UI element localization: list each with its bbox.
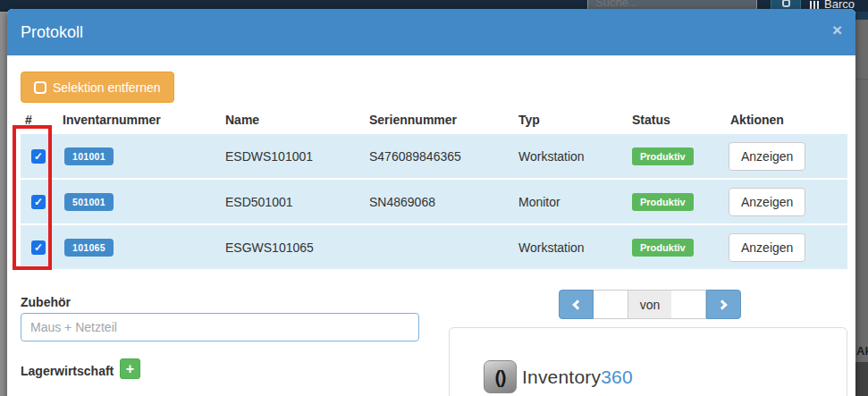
row-checkbox[interactable]: ✓: [31, 240, 46, 255]
protokoll-modal: Protokoll × Selektion entfernen # Invent…: [7, 9, 855, 396]
status-badge: Produktiv: [632, 193, 694, 211]
current-page-input[interactable]: [594, 290, 628, 319]
background-divider-fragment: [855, 79, 868, 80]
row-type: Workstation: [518, 149, 585, 164]
plus-icon: +: [126, 361, 134, 377]
logo-text-primary: Inventory: [522, 367, 601, 387]
check-icon: ✓: [34, 242, 43, 253]
col-header-actions: Aktionen: [730, 113, 784, 127]
show-button[interactable]: Anzeigen: [729, 142, 805, 171]
row-name: ESDWS101001: [225, 149, 313, 164]
remove-selection-label: Selektion entfernen: [53, 80, 161, 95]
branding-card: () Inventory360: [449, 327, 847, 396]
show-button[interactable]: Anzeigen: [729, 233, 805, 262]
row-type: Workstation: [518, 240, 585, 255]
table-row: ✓ 101001 ESDWS101001 S476089846365 Works…: [21, 134, 847, 178]
checkbox-outline-icon: [34, 81, 46, 94]
chevron-left-icon: [572, 299, 582, 309]
inventory360-logo-text: Inventory360: [522, 367, 633, 388]
pagination: von: [559, 290, 741, 319]
table-row: ✓ 101065 ESGWS101065 Workstation Produkt…: [21, 225, 847, 269]
remove-selection-button[interactable]: Selektion entfernen: [21, 72, 174, 103]
accessories-label: Zubehör: [21, 295, 71, 309]
show-button[interactable]: Anzeigen: [729, 188, 805, 216]
row-checkbox[interactable]: ✓: [31, 195, 46, 209]
total-pages-input[interactable]: [671, 290, 706, 319]
col-header-name: Name: [225, 113, 259, 127]
check-icon: ✓: [34, 151, 43, 162]
inventory-number-badge: 101065: [64, 239, 114, 257]
camera-icon: [782, 0, 790, 7]
background-block-fragment: [855, 362, 868, 396]
previous-page-button[interactable]: [559, 290, 594, 319]
close-icon[interactable]: ×: [832, 21, 842, 39]
row-serial: S476089846365: [369, 149, 461, 164]
add-warehouse-button[interactable]: +: [120, 358, 140, 379]
modal-title: Protokoll: [21, 9, 83, 55]
col-header-serial: Seriennummer: [369, 113, 457, 127]
row-name: ESGWS101065: [225, 240, 314, 255]
logo-text-accent: 360: [601, 367, 633, 387]
backdrop-left: [0, 12, 7, 396]
col-header-inventory: Inventarnummer: [63, 113, 161, 127]
check-icon: ✓: [34, 197, 43, 207]
background-panel-fragment: [855, 12, 868, 20]
inventory360-logo-icon: (): [484, 360, 517, 393]
col-header-status: Status: [632, 113, 670, 127]
modal-header: Protokoll ×: [7, 9, 855, 55]
warehouse-label: Lagerwirtschaft: [21, 364, 114, 378]
accessories-input[interactable]: [21, 313, 419, 341]
backdrop-right: Ak: [855, 12, 868, 396]
inventory-number-badge: 101001: [64, 147, 114, 165]
table-row: ✓ 501001 ESD501001 SN4869068 Monitor Pro…: [21, 180, 847, 223]
background-text-fragment: Ak: [856, 344, 868, 358]
col-header-type: Typ: [518, 113, 540, 127]
row-checkbox[interactable]: ✓: [31, 149, 46, 164]
pagination-separator: von: [628, 290, 671, 319]
row-name: ESD501001: [225, 195, 293, 209]
chevron-right-icon: [717, 299, 727, 309]
inventory360-logo: () Inventory360: [484, 360, 633, 393]
row-type: Monitor: [518, 195, 560, 209]
inventory-number-badge: 501001: [64, 193, 114, 211]
table-header: # Inventarnummer Name Seriennummer Typ S…: [21, 111, 847, 132]
status-badge: Produktiv: [632, 147, 694, 165]
row-serial: SN4869068: [369, 195, 435, 209]
col-header-check: #: [25, 113, 32, 127]
next-page-button[interactable]: [706, 290, 741, 319]
status-badge: Produktiv: [632, 239, 694, 257]
